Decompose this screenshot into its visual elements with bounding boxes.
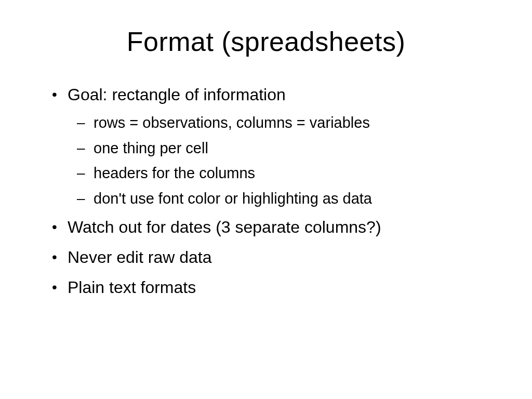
- bullet-item: Never edit raw data: [47, 245, 485, 271]
- bullet-text: Never edit raw data: [68, 248, 211, 267]
- bullet-text: Goal: rectangle of information: [68, 85, 286, 104]
- sub-bullet-list: rows = observations, columns = variables…: [68, 111, 485, 211]
- sub-bullet-item: headers for the columns: [68, 162, 485, 185]
- bullet-item: Plain text formats: [47, 275, 485, 301]
- bullet-item: Goal: rectangle of information rows = ob…: [47, 82, 485, 210]
- bullet-text: Watch out for dates (3 separate columns?…: [68, 218, 381, 236]
- bullet-list: Goal: rectangle of information rows = ob…: [47, 82, 485, 300]
- bullet-text: Plain text formats: [68, 278, 196, 297]
- sub-bullet-item: don't use font color or highlighting as …: [68, 187, 485, 210]
- sub-bullet-item: rows = observations, columns = variables: [68, 111, 485, 135]
- sub-bullet-item: one thing per cell: [68, 137, 485, 160]
- slide-content: Goal: rectangle of information rows = ob…: [47, 82, 485, 300]
- slide-title: Format (spreadsheets): [47, 26, 485, 57]
- bullet-item: Watch out for dates (3 separate columns?…: [47, 215, 485, 241]
